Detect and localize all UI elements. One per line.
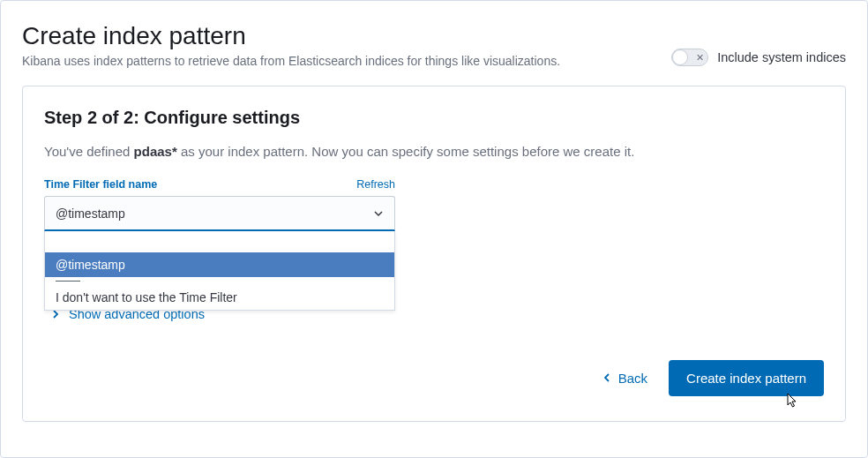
configure-settings-panel: Step 2 of 2: Configure settings You've d… (22, 86, 846, 422)
dropdown-divider (56, 281, 80, 282)
back-button[interactable]: Back (602, 371, 647, 386)
field-label-row: Time Filter field name Refresh (44, 178, 395, 191)
page-title: Create index pattern (22, 22, 671, 50)
cursor-icon (787, 393, 799, 409)
back-label: Back (618, 371, 647, 386)
chevron-left-icon (602, 371, 611, 386)
header-text-block: Create index pattern Kibana uses index p… (22, 22, 671, 68)
time-filter-select[interactable]: @timestamp (44, 196, 395, 231)
create-index-pattern-page: Create index pattern Kibana uses index p… (0, 0, 868, 458)
dropdown-blank-option[interactable] (45, 231, 394, 252)
include-system-indices-toggle[interactable]: ✕ Include system indices (671, 49, 846, 66)
page-header: Create index pattern Kibana uses index p… (22, 22, 846, 68)
chevron-down-icon (373, 208, 384, 219)
defined-prefix: You've defined (44, 144, 134, 159)
step-title: Step 2 of 2: Configure settings (44, 108, 824, 128)
footer-actions: Back Create index pattern (44, 360, 824, 396)
create-index-pattern-button[interactable]: Create index pattern (669, 360, 824, 396)
select-value: @timestamp (56, 206, 125, 221)
time-filter-dropdown: @timestamp I don't want to use the Time … (44, 231, 395, 311)
create-label: Create index pattern (686, 371, 806, 386)
time-filter-field-block: Time Filter field name Refresh @timestam… (44, 178, 395, 231)
toggle-switch[interactable]: ✕ (671, 49, 708, 66)
refresh-link[interactable]: Refresh (356, 178, 395, 191)
page-subtitle: Kibana uses index patterns to retrieve d… (22, 54, 671, 68)
pattern-name: pdaas* (134, 144, 177, 159)
time-filter-label: Time Filter field name (44, 178, 157, 191)
dropdown-option-timestamp[interactable]: @timestamp (45, 252, 394, 277)
pattern-defined-text: You've defined pdaas* as your index patt… (44, 144, 824, 159)
dropdown-option-no-time-filter[interactable]: I don't want to use the Time Filter (45, 285, 394, 310)
defined-suffix: as your index pattern. Now you can speci… (177, 144, 635, 159)
close-icon: ✕ (696, 53, 704, 63)
toggle-knob (672, 49, 688, 65)
toggle-label: Include system indices (717, 50, 846, 64)
